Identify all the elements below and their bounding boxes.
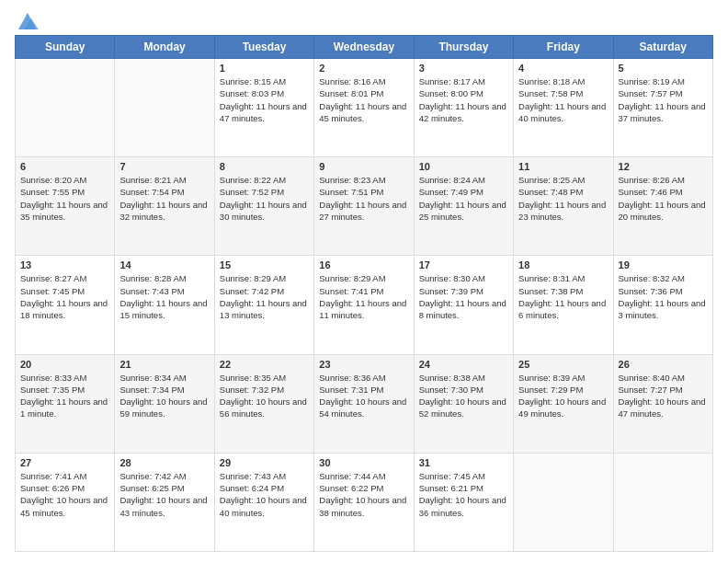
day-number: 22: [220, 359, 309, 370]
day-info: Sunrise: 8:20 AM Sunset: 7:55 PM Dayligh…: [20, 174, 109, 223]
day-number: 2: [319, 63, 408, 74]
day-number: 16: [319, 259, 408, 270]
calendar-cell: 17Sunrise: 8:30 AM Sunset: 7:39 PM Dayli…: [414, 256, 513, 354]
calendar-cell: 12Sunrise: 8:26 AM Sunset: 7:46 PM Dayli…: [613, 157, 712, 256]
day-info: Sunrise: 8:19 AM Sunset: 7:57 PM Dayligh…: [619, 75, 708, 124]
logo: [15, 11, 40, 28]
logo-icon: [15, 11, 40, 31]
day-info: Sunrise: 8:29 AM Sunset: 7:42 PM Dayligh…: [220, 272, 309, 321]
day-header-monday: Monday: [115, 36, 214, 59]
calendar-cell: 30Sunrise: 7:44 AM Sunset: 6:22 PM Dayli…: [314, 453, 414, 551]
day-info: Sunrise: 8:25 AM Sunset: 7:48 PM Dayligh…: [518, 174, 608, 223]
day-number: 28: [119, 457, 209, 468]
day-info: Sunrise: 8:21 AM Sunset: 7:54 PM Dayligh…: [119, 174, 209, 223]
calendar-cell: 19Sunrise: 8:32 AM Sunset: 7:36 PM Dayli…: [613, 256, 712, 354]
calendar-cell: 6Sunrise: 8:20 AM Sunset: 7:55 PM Daylig…: [16, 157, 115, 256]
day-info: Sunrise: 7:45 AM Sunset: 6:21 PM Dayligh…: [419, 470, 508, 519]
day-header-wednesday: Wednesday: [314, 36, 414, 59]
day-info: Sunrise: 8:23 AM Sunset: 7:51 PM Dayligh…: [319, 174, 408, 223]
day-info: Sunrise: 8:33 AM Sunset: 7:35 PM Dayligh…: [20, 372, 109, 420]
calendar-cell: 1Sunrise: 8:15 AM Sunset: 8:03 PM Daylig…: [214, 59, 313, 157]
day-info: Sunrise: 8:29 AM Sunset: 7:41 PM Dayligh…: [319, 272, 408, 321]
day-number: 17: [419, 259, 508, 270]
day-info: Sunrise: 8:40 AM Sunset: 7:27 PM Dayligh…: [619, 372, 708, 420]
day-info: Sunrise: 7:44 AM Sunset: 6:22 PM Dayligh…: [319, 470, 408, 519]
day-info: Sunrise: 8:30 AM Sunset: 7:39 PM Dayligh…: [419, 272, 508, 321]
day-info: Sunrise: 7:41 AM Sunset: 6:26 PM Dayligh…: [20, 470, 109, 519]
day-number: 31: [419, 457, 508, 468]
day-info: Sunrise: 7:42 AM Sunset: 6:25 PM Dayligh…: [119, 470, 209, 519]
day-number: 15: [220, 259, 309, 270]
calendar-header-row: SundayMondayTuesdayWednesdayThursdayFrid…: [16, 36, 713, 59]
day-number: 29: [220, 457, 309, 468]
day-info: Sunrise: 8:39 AM Sunset: 7:29 PM Dayligh…: [518, 372, 608, 420]
day-info: Sunrise: 8:22 AM Sunset: 7:52 PM Dayligh…: [220, 174, 309, 223]
day-info: Sunrise: 8:27 AM Sunset: 7:45 PM Dayligh…: [20, 272, 109, 321]
calendar-cell: [16, 59, 115, 157]
day-number: 9: [319, 161, 408, 172]
day-info: Sunrise: 8:34 AM Sunset: 7:34 PM Dayligh…: [119, 372, 209, 420]
calendar-cell: 31Sunrise: 7:45 AM Sunset: 6:21 PM Dayli…: [414, 453, 513, 551]
day-header-saturday: Saturday: [613, 36, 712, 59]
day-info: Sunrise: 8:17 AM Sunset: 8:00 PM Dayligh…: [419, 75, 508, 124]
calendar-cell: 11Sunrise: 8:25 AM Sunset: 7:48 PM Dayli…: [514, 157, 613, 256]
calendar-cell: 23Sunrise: 8:36 AM Sunset: 7:31 PM Dayli…: [314, 354, 414, 453]
day-info: Sunrise: 8:35 AM Sunset: 7:32 PM Dayligh…: [220, 372, 309, 420]
day-info: Sunrise: 8:28 AM Sunset: 7:43 PM Dayligh…: [119, 272, 209, 321]
day-header-thursday: Thursday: [414, 36, 513, 59]
calendar-table: SundayMondayTuesdayWednesdayThursdayFrid…: [15, 35, 713, 552]
day-number: 10: [419, 161, 508, 172]
day-number: 8: [220, 161, 309, 172]
day-header-sunday: Sunday: [16, 36, 115, 59]
calendar-week-5: 27Sunrise: 7:41 AM Sunset: 6:26 PM Dayli…: [16, 453, 713, 551]
calendar-cell: [514, 453, 613, 551]
day-number: 4: [518, 63, 608, 74]
calendar-week-4: 20Sunrise: 8:33 AM Sunset: 7:35 PM Dayli…: [16, 354, 713, 453]
day-number: 12: [619, 161, 708, 172]
calendar-cell: 24Sunrise: 8:38 AM Sunset: 7:30 PM Dayli…: [414, 354, 513, 453]
calendar-cell: 15Sunrise: 8:29 AM Sunset: 7:42 PM Dayli…: [214, 256, 313, 354]
day-number: 11: [518, 161, 608, 172]
day-number: 7: [119, 161, 209, 172]
calendar-week-1: 1Sunrise: 8:15 AM Sunset: 8:03 PM Daylig…: [16, 59, 713, 157]
day-header-tuesday: Tuesday: [214, 36, 313, 59]
day-info: Sunrise: 8:38 AM Sunset: 7:30 PM Dayligh…: [419, 372, 508, 420]
calendar-cell: 20Sunrise: 8:33 AM Sunset: 7:35 PM Dayli…: [16, 354, 115, 453]
page: SundayMondayTuesdayWednesdayThursdayFrid…: [0, 0, 728, 563]
calendar-cell: 16Sunrise: 8:29 AM Sunset: 7:41 PM Dayli…: [314, 256, 414, 354]
calendar-cell: 7Sunrise: 8:21 AM Sunset: 7:54 PM Daylig…: [115, 157, 214, 256]
calendar-cell: 21Sunrise: 8:34 AM Sunset: 7:34 PM Dayli…: [115, 354, 214, 453]
calendar-cell: 2Sunrise: 8:16 AM Sunset: 8:01 PM Daylig…: [314, 59, 414, 157]
day-number: 13: [20, 259, 109, 270]
day-number: 1: [220, 63, 309, 74]
calendar-week-2: 6Sunrise: 8:20 AM Sunset: 7:55 PM Daylig…: [16, 157, 713, 256]
calendar-cell: 8Sunrise: 8:22 AM Sunset: 7:52 PM Daylig…: [214, 157, 313, 256]
calendar-cell: 18Sunrise: 8:31 AM Sunset: 7:38 PM Dayli…: [514, 256, 613, 354]
day-number: 21: [119, 359, 209, 370]
calendar-cell: [613, 453, 712, 551]
calendar-cell: 22Sunrise: 8:35 AM Sunset: 7:32 PM Dayli…: [214, 354, 313, 453]
day-info: Sunrise: 8:16 AM Sunset: 8:01 PM Dayligh…: [319, 75, 408, 124]
day-info: Sunrise: 8:15 AM Sunset: 8:03 PM Dayligh…: [220, 75, 309, 124]
calendar-cell: 28Sunrise: 7:42 AM Sunset: 6:25 PM Dayli…: [115, 453, 214, 551]
calendar-cell: 13Sunrise: 8:27 AM Sunset: 7:45 PM Dayli…: [16, 256, 115, 354]
day-number: 19: [619, 259, 708, 270]
day-number: 6: [20, 161, 109, 172]
day-info: Sunrise: 8:36 AM Sunset: 7:31 PM Dayligh…: [319, 372, 408, 420]
day-info: Sunrise: 8:26 AM Sunset: 7:46 PM Dayligh…: [619, 174, 708, 223]
day-info: Sunrise: 8:18 AM Sunset: 7:58 PM Dayligh…: [518, 75, 608, 124]
day-info: Sunrise: 8:32 AM Sunset: 7:36 PM Dayligh…: [619, 272, 708, 321]
day-number: 20: [20, 359, 109, 370]
calendar-cell: 27Sunrise: 7:41 AM Sunset: 6:26 PM Dayli…: [16, 453, 115, 551]
day-number: 24: [419, 359, 508, 370]
calendar-cell: 10Sunrise: 8:24 AM Sunset: 7:49 PM Dayli…: [414, 157, 513, 256]
calendar-cell: 5Sunrise: 8:19 AM Sunset: 7:57 PM Daylig…: [613, 59, 712, 157]
calendar-cell: 3Sunrise: 8:17 AM Sunset: 8:00 PM Daylig…: [414, 59, 513, 157]
calendar-cell: 14Sunrise: 8:28 AM Sunset: 7:43 PM Dayli…: [115, 256, 214, 354]
day-number: 14: [119, 259, 209, 270]
header: [15, 11, 713, 28]
day-header-friday: Friday: [514, 36, 613, 59]
day-info: Sunrise: 7:43 AM Sunset: 6:24 PM Dayligh…: [220, 470, 309, 519]
day-number: 27: [20, 457, 109, 468]
day-number: 5: [619, 63, 708, 74]
